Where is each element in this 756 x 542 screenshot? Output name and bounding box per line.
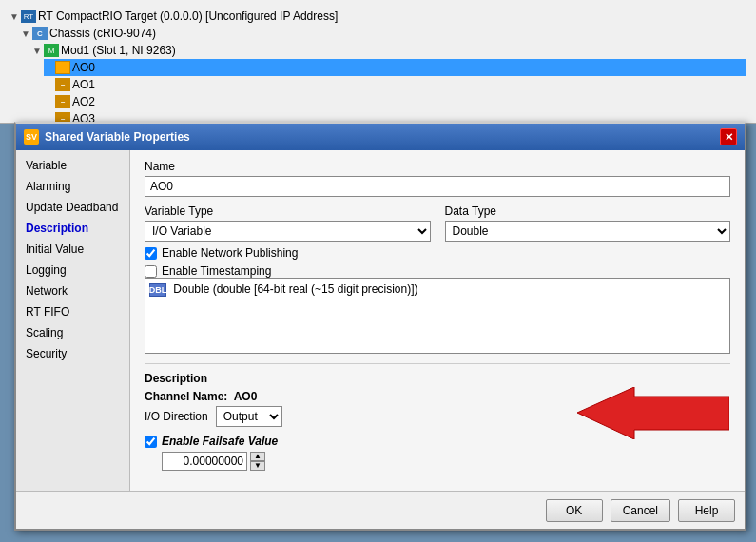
enable-timestamping-label[interactable]: Enable Timestamping (162, 264, 271, 278)
sidebar-item-initial-value[interactable]: Initial Value (16, 239, 129, 260)
data-type-dropdown[interactable]: Double Single Int32 Boolean (445, 221, 731, 242)
properties-sidebar: Variable Alarming Update Deadband Descri… (16, 150, 130, 491)
tree-item-mod1[interactable]: ▼ M Mod1 (Slot 1, NI 9263) (32, 42, 746, 59)
ao2-icon: ~ (55, 95, 70, 108)
data-type-col: Data Type Double Single Int32 Boolean (445, 204, 731, 242)
io-direction-dropdown[interactable]: Output Input (216, 406, 282, 427)
sidebar-item-variable[interactable]: Variable (16, 155, 129, 176)
sidebar-item-rt-fifo[interactable]: RT FIFO (16, 301, 129, 322)
channel-name-value: AO0 (234, 390, 258, 403)
sidebar-item-network[interactable]: Network (16, 281, 129, 301)
sidebar-item-alarming[interactable]: Alarming (16, 176, 129, 197)
rt-target-label: RT CompactRIO Target (0.0.0.0) [Unconfig… (38, 10, 338, 23)
chassis-icon: C (32, 27, 48, 40)
chassis-label: Chassis (cRIO-9074) (49, 27, 156, 40)
io-direction-label: I/O Direction (145, 410, 208, 423)
enable-network-publishing-row: Enable Network Publishing (145, 246, 730, 260)
dbl-icon: DBL (149, 283, 166, 297)
sidebar-item-update-deadband[interactable]: Update Deadband (16, 197, 129, 218)
spin-buttons: ▲ ▼ (250, 452, 265, 471)
help-button[interactable]: Help (678, 499, 735, 522)
enable-failsafe-label[interactable]: Enable Failsafe Value (162, 435, 278, 448)
rt-target-icon: RT (21, 10, 36, 23)
dialog-body: Variable Alarming Update Deadband Descri… (16, 150, 745, 491)
tree-item-rt-target[interactable]: ▼ RT RT CompactRIO Target (0.0.0.0) [Unc… (10, 8, 746, 25)
data-type-label: Data Type (445, 204, 731, 218)
background-tree: ▼ RT RT CompactRIO Target (0.0.0.0) [Unc… (0, 0, 756, 124)
shared-variable-dialog: SV Shared Variable Properties ✕ Variable… (14, 122, 746, 531)
project-tree: ▼ RT RT CompactRIO Target (0.0.0.0) [Unc… (0, 0, 756, 135)
module-icon: M (44, 44, 59, 57)
variable-type-label: Variable Type (145, 204, 431, 218)
dialog-footer: OK Cancel Help (16, 491, 745, 529)
expand-icon-mod1: ▼ (32, 46, 42, 56)
close-button[interactable]: ✕ (720, 128, 737, 145)
type-row: Variable Type I/O Variable Network-Publi… (145, 204, 730, 242)
data-type-display-box: DBL Double (double [64-bit real (~15 dig… (145, 278, 730, 354)
spin-up-button[interactable]: ▲ (250, 452, 265, 461)
name-label: Name (145, 160, 730, 173)
dialog-title-area: SV Shared Variable Properties (24, 129, 190, 145)
sidebar-item-description[interactable]: Description (16, 218, 129, 239)
ao0-icon: ~ (55, 61, 70, 74)
mod1-label: Mod1 (Slot 1, NI 9263) (61, 44, 176, 57)
data-type-display-text: Double (double [64-bit real (~15 digit p… (173, 282, 417, 296)
dialog-titlebar: SV Shared Variable Properties ✕ (16, 124, 745, 150)
enable-network-publishing-label[interactable]: Enable Network Publishing (162, 246, 298, 260)
enable-network-publishing-checkbox[interactable] (145, 247, 157, 260)
ao0-label: AO0 (72, 61, 95, 74)
sidebar-item-logging[interactable]: Logging (16, 260, 129, 281)
tree-item-ao2[interactable]: ~ AO2 (44, 93, 746, 110)
channel-name-label: Channel Name: (145, 390, 227, 403)
ao2-label: AO2 (72, 95, 95, 108)
dialog-title-text: Shared Variable Properties (45, 130, 190, 144)
sidebar-item-scaling[interactable]: Scaling (16, 322, 129, 343)
failsafe-value-row: ▲ ▼ (162, 452, 730, 471)
enable-timestamping-row: Enable Timestamping (145, 264, 730, 278)
expand-icon-chassis: ▼ (21, 29, 30, 39)
tree-item-ao1[interactable]: ~ AO1 (44, 76, 746, 93)
ao1-label: AO1 (72, 78, 95, 91)
name-input[interactable] (145, 176, 730, 197)
sidebar-item-security[interactable]: Security (16, 343, 129, 364)
spin-down-button[interactable]: ▼ (250, 461, 265, 471)
ao1-icon: ~ (55, 78, 70, 91)
red-arrow-annotation (577, 387, 729, 439)
expand-icon: ▼ (10, 11, 19, 22)
variable-type-dropdown[interactable]: I/O Variable Network-Published Single-Pr… (145, 221, 431, 242)
enable-failsafe-checkbox[interactable] (145, 436, 157, 448)
svg-marker-0 (577, 387, 729, 439)
tree-item-ao0[interactable]: ~ AO0 (44, 59, 746, 76)
cancel-button[interactable]: Cancel (611, 499, 670, 522)
tree-item-chassis[interactable]: ▼ C Chassis (cRIO-9074) (21, 25, 746, 42)
main-content-area: Name Variable Type I/O Variable Network-… (130, 150, 745, 491)
variable-type-col: Variable Type I/O Variable Network-Publi… (145, 204, 431, 242)
dialog-title-icon: SV (24, 129, 39, 145)
ok-button[interactable]: OK (546, 499, 603, 522)
failsafe-value-input[interactable] (162, 452, 247, 471)
description-section-label: Description (145, 372, 730, 385)
enable-timestamping-checkbox[interactable] (145, 265, 157, 278)
